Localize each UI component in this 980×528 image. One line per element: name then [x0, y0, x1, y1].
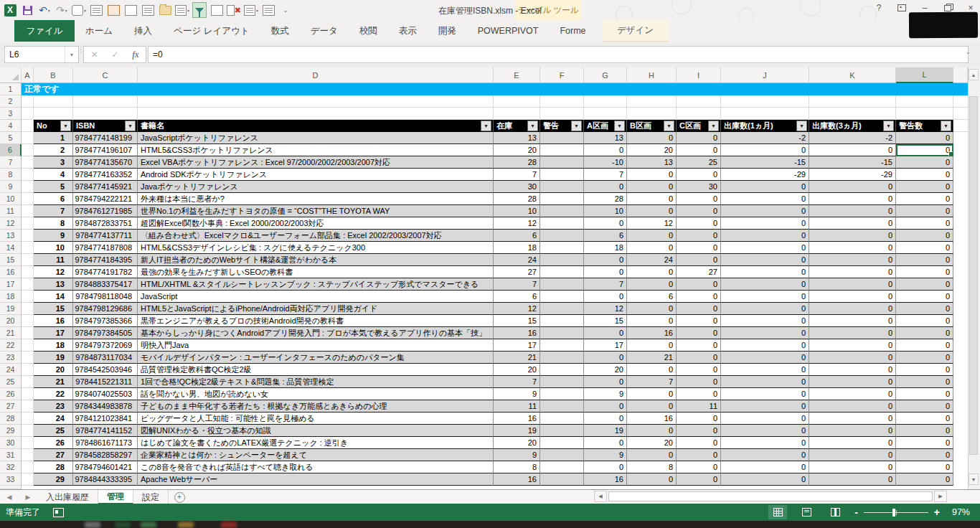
cell-A12[interactable] [22, 217, 34, 230]
cell-H7[interactable]: 13 [627, 156, 677, 169]
cell-C12[interactable]: 9784872833751 [73, 217, 138, 230]
cell-F3[interactable] [540, 108, 584, 120]
cell-C3[interactable] [73, 108, 138, 120]
filter-dropdown-icon[interactable]: ▼ [614, 121, 625, 131]
cell-L5[interactable]: 0 [896, 132, 953, 144]
touch-mouse-mode-icon[interactable]: ▾ [72, 3, 86, 17]
horizontal-scrollbar[interactable]: ◀ ▶ [594, 491, 960, 502]
cell-J33[interactable]: 0 [721, 473, 809, 486]
cell-G26[interactable]: 9 [584, 388, 627, 400]
cell-D33[interactable]: Apache Webサーバー [138, 473, 494, 486]
cell-I27[interactable]: 11 [677, 400, 721, 412]
cell-I20[interactable]: 0 [677, 315, 721, 327]
row-header-8[interactable]: 8 [0, 169, 22, 181]
cell-E19[interactable]: 12 [494, 303, 540, 315]
cell-A21[interactable] [22, 327, 34, 339]
cell-D5[interactable]: JavaScriptポケットリファレンス [138, 132, 494, 144]
cell-B5[interactable]: 1 [34, 132, 73, 144]
cell-L24[interactable]: 0 [896, 364, 953, 376]
cell-J2[interactable] [721, 95, 809, 108]
cell-C31[interactable]: 9784582858297 [73, 449, 138, 461]
cell-L10[interactable]: 0 [896, 193, 953, 205]
cell-A2[interactable] [22, 95, 34, 108]
cell-D26[interactable]: 話を聞かない男、地図が読めない女 [138, 388, 494, 400]
cell-F2[interactable] [540, 95, 584, 108]
cell-E10[interactable]: 28 [494, 193, 540, 205]
cell-H14[interactable]: 0 [627, 242, 677, 254]
sheet-nav-left-icon[interactable]: ◀ [0, 490, 19, 504]
zoom-in-button[interactable]: + [934, 506, 940, 518]
cell-C28[interactable]: 9784121023841 [73, 412, 138, 425]
cell-M17[interactable] [953, 278, 968, 291]
column-header-D[interactable]: D [138, 67, 494, 83]
cell-H9[interactable]: 0 [627, 181, 677, 193]
cell-E12[interactable]: 12 [494, 217, 540, 230]
cell-H12[interactable]: 12 [627, 217, 677, 230]
cell-E29[interactable]: 19 [494, 425, 540, 437]
cell-C27[interactable]: 9784344983878 [73, 400, 138, 412]
cell-D22[interactable]: 明快入門Java [138, 339, 494, 352]
cell-K31[interactable]: 0 [809, 449, 896, 461]
cell-D8[interactable]: Android SDKポケットリファレンス [138, 169, 494, 181]
table-header-B区画[interactable]: B区画▼ [627, 120, 677, 132]
cell-K19[interactable]: 0 [809, 303, 896, 315]
cell-B31[interactable]: 27 [34, 449, 73, 461]
column-header-C[interactable]: C [73, 67, 138, 83]
cell-F26[interactable] [540, 388, 584, 400]
cell-L14[interactable]: 0 [896, 242, 953, 254]
filter-icon[interactable] [192, 3, 207, 17]
cell-B2[interactable] [34, 95, 73, 108]
row-header-1[interactable]: 1 [0, 83, 22, 95]
cell-J14[interactable]: 0 [721, 242, 809, 254]
cell-K28[interactable]: 0 [809, 412, 896, 425]
cell-H18[interactable]: 6 [627, 291, 677, 303]
cell-E6[interactable]: 20 [494, 144, 540, 156]
cell-A9[interactable] [22, 181, 34, 193]
cell-G29[interactable]: 19 [584, 425, 627, 437]
cell-B27[interactable]: 23 [34, 400, 73, 412]
macro-record-icon[interactable] [53, 508, 64, 517]
cell-A7[interactable] [22, 156, 34, 169]
cell-F31[interactable] [540, 449, 584, 461]
row-header-10[interactable]: 10 [0, 193, 22, 205]
redo-icon[interactable]: ↷▾ [55, 3, 69, 17]
cell-H24[interactable]: 0 [627, 364, 677, 376]
cell-E30[interactable]: 20 [494, 437, 540, 449]
cell-B19[interactable]: 15 [34, 303, 73, 315]
cell-E31[interactable]: 9 [494, 449, 540, 461]
cell-F24[interactable] [540, 364, 584, 376]
cell-F25[interactable] [540, 376, 584, 388]
cell-J19[interactable]: 0 [721, 303, 809, 315]
row-header-19[interactable]: 19 [0, 303, 22, 315]
filter-dropdown-icon[interactable]: ▼ [941, 121, 951, 131]
row-header-6[interactable]: 6 [0, 144, 22, 156]
cell-E8[interactable]: 7 [494, 169, 540, 181]
cell-L31[interactable]: 0 [896, 449, 953, 461]
cell-I29[interactable]: 0 [677, 425, 721, 437]
cell-L30[interactable]: 0 [896, 437, 953, 449]
cell-I23[interactable]: 0 [677, 352, 721, 364]
cell-E33[interactable]: 16 [494, 473, 540, 486]
taskbar-icon[interactable] [178, 522, 194, 528]
cell-M12[interactable] [953, 217, 968, 230]
row-header-32[interactable]: 32 [0, 461, 22, 473]
cell-K12[interactable]: 0 [809, 217, 896, 230]
cell-K23[interactable]: 0 [809, 352, 896, 364]
cell-H17[interactable]: 0 [627, 278, 677, 291]
cell-B7[interactable]: 3 [34, 156, 73, 169]
cell-D19[interactable]: HTML5とJavaScriptによるiPhone/Android両対応アプリ開… [138, 303, 494, 315]
cell-L25[interactable]: 0 [896, 376, 953, 388]
cell-G21[interactable]: 0 [584, 327, 627, 339]
cell-G23[interactable]: 0 [584, 352, 627, 364]
cell-J20[interactable]: 0 [721, 315, 809, 327]
cell-A26[interactable] [22, 388, 34, 400]
qat-overflow-icon[interactable]: ⌄ [278, 3, 293, 17]
cell-J6[interactable]: 0 [721, 144, 809, 156]
cell-D3[interactable] [138, 108, 494, 120]
cell-G19[interactable]: 12 [584, 303, 627, 315]
cell-M32[interactable] [953, 461, 968, 473]
row-header-3[interactable]: 3 [0, 108, 22, 120]
cell-F18[interactable] [540, 291, 584, 303]
cell-G18[interactable]: 0 [584, 291, 627, 303]
print-preview-icon[interactable] [123, 3, 138, 17]
